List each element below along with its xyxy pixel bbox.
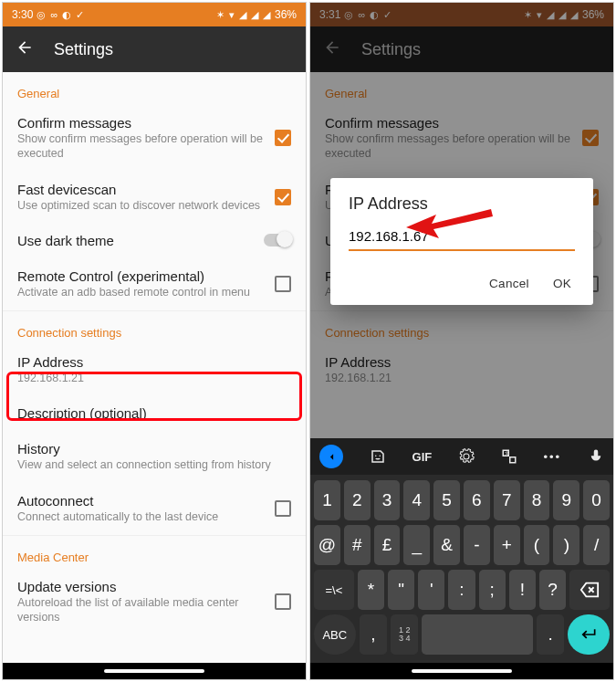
soft-keyboard: GIF 文 ••• 1234567890 @#£_&-+()/ =\< *"':… [310,438,613,679]
key-enter[interactable] [568,614,610,655]
row-subtitle: Use optimized scan to discover network d… [17,198,264,213]
key-;[interactable]: ; [479,570,506,610]
key-)[interactable]: ) [553,525,579,565]
key-+[interactable]: + [494,525,520,565]
key-4[interactable]: 4 [403,480,430,520]
checkbox-icon[interactable] [275,130,291,146]
checkbox-icon[interactable] [275,500,291,517]
row-confirm-messages[interactable]: Confirm messages Show confirm messages b… [3,106,306,173]
settings-list: General Confirm messages Show confirm me… [3,72,306,635]
sticker-icon[interactable] [370,448,386,465]
checkbox-icon[interactable] [275,189,291,205]
key-8[interactable]: 8 [524,480,550,520]
key-space[interactable] [422,614,533,655]
status-battery: 36% [275,8,297,21]
section-connection: Connection settings [3,311,306,345]
key-![interactable]: ! [509,570,536,610]
dialog-title: IP Address [349,194,575,214]
key-#[interactable]: # [344,525,371,565]
checkbox-icon[interactable] [275,276,291,292]
key-backspace[interactable] [569,570,610,610]
key-abc[interactable]: ABC [314,614,356,655]
section-general: General [3,72,306,106]
row-fast-devicescan[interactable]: Fast devicescan Use optimized scan to di… [3,173,306,224]
key-2[interactable]: 2 [344,480,371,520]
row-subtitle: 192.168.1.21 [17,371,291,385]
svg-point-0 [375,456,377,457]
keyboard-collapse-button[interactable] [319,445,343,468]
key-6[interactable]: 6 [464,480,490,520]
status-notif-icons: ◎ ∞ ◐ ✓ [37,9,85,21]
row-autoconnect[interactable]: Autoconnect Connect automatically to the… [3,484,306,535]
key-_[interactable]: _ [403,525,430,565]
key-comma[interactable]: , [360,614,387,655]
row-ip-address[interactable]: IP Address 192.168.1.21 [3,345,306,396]
row-title: Confirm messages [17,115,264,131]
key-/[interactable]: / [583,525,610,565]
key-@[interactable]: @ [314,525,340,565]
key-1[interactable]: 1 [314,480,340,520]
row-title: History [17,441,291,456]
row-title: Remote Control (experimental) [17,268,264,284]
row-description[interactable]: Description (optional) [3,396,306,432]
row-subtitle: Activate an adb based remote control in … [17,285,264,299]
row-title: Description (optional) [17,405,291,421]
key-&[interactable]: & [433,525,460,565]
keyboard-toolbar: GIF 文 ••• [310,438,613,475]
back-button[interactable] [16,38,34,60]
appbar-title: Settings [54,40,113,59]
checkbox-icon[interactable] [275,593,291,610]
key-symbols[interactable]: =\< [314,570,354,610]
android-nav-bar [310,663,613,679]
ip-address-input[interactable] [349,225,575,251]
cancel-button[interactable]: Cancel [489,277,529,290]
key-num-layout[interactable]: 1 23 4 [391,614,418,655]
key-5[interactable]: 5 [433,480,460,520]
status-bar: 3:30 ◎ ∞ ◐ ✓ ✶ ▾ ◢ ◢ ◢ 36% [3,3,306,26]
row-subtitle: Autoreload the list of available media c… [17,595,264,625]
row-title: IP Address [17,354,291,370]
row-dark-theme[interactable]: Use dark theme [3,224,306,259]
key-3[interactable]: 3 [374,480,401,520]
key-9[interactable]: 9 [553,480,579,520]
switch-icon[interactable] [264,234,291,247]
keyboard-row-3: =\< *"':;!? [314,570,610,610]
key--[interactable]: - [464,525,490,565]
svg-text:文: 文 [504,450,508,456]
translate-icon[interactable]: 文 [501,448,517,465]
svg-point-1 [379,456,381,457]
gif-button[interactable]: GIF [412,450,433,464]
key-'[interactable]: ' [418,570,444,610]
ip-address-dialog: IP Address Cancel OK [330,178,593,305]
tiny: 3 4 [399,635,411,643]
row-title: Update versions [17,579,264,594]
row-history[interactable]: History View and select an connection se… [3,432,306,483]
row-update-versions[interactable]: Update versions Autoreload the list of a… [3,570,306,636]
key-([interactable]: ( [524,525,550,565]
row-subtitle: Connect automatically to the last device [17,509,264,524]
key-:[interactable]: : [448,570,475,610]
row-remote-control[interactable]: Remote Control (experimental) Activate a… [3,259,306,310]
key-0[interactable]: 0 [583,480,610,520]
keyboard-row-1: 1234567890 [314,480,610,520]
status-signal-icons: ✶ ▾ ◢ ◢ ◢ [216,9,271,21]
key-*[interactable]: * [358,570,384,610]
keyboard-row-4: ABC , 1 23 4 . [314,614,610,655]
key-£[interactable]: £ [374,525,401,565]
more-icon[interactable]: ••• [544,450,562,464]
key-?[interactable]: ? [539,570,566,610]
app-bar: Settings [3,26,306,72]
row-subtitle: View and select an connection setting fr… [17,457,291,472]
key-7[interactable]: 7 [494,480,520,520]
settings-icon[interactable] [458,448,475,465]
nav-pill[interactable] [412,669,512,673]
android-nav-bar [3,663,306,679]
nav-pill[interactable] [104,669,204,673]
row-title: Fast devicescan [17,182,264,197]
row-title: Use dark theme [17,233,253,248]
key-"[interactable]: " [388,570,414,610]
ok-button[interactable]: OK [553,277,571,290]
mic-icon[interactable] [588,448,604,465]
key-dot[interactable]: . [537,614,564,655]
phone-right-screenshot: 3:31 ◎ ∞ ◐ ✓ ✶ ▾ ◢ ◢ ◢ 36% Settings Gene… [309,2,614,680]
